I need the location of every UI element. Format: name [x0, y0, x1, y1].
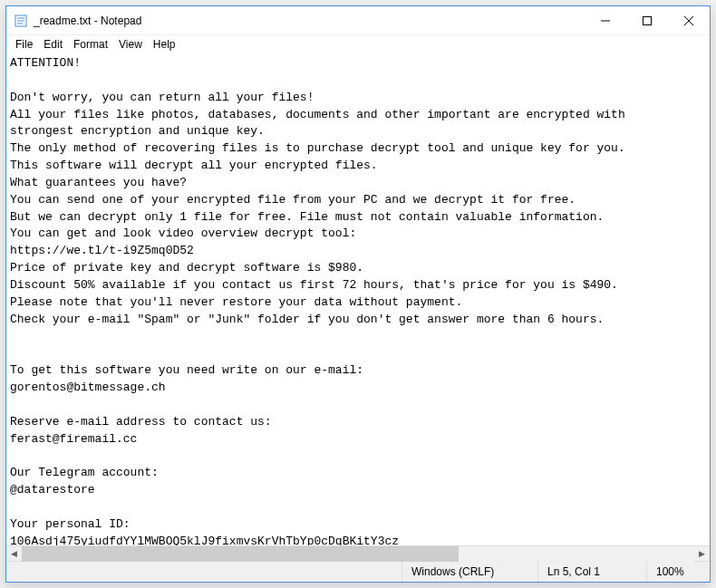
scroll-left-arrow-icon[interactable]: ◀	[6, 546, 22, 562]
menu-file[interactable]: File	[10, 36, 38, 53]
minimize-button[interactable]	[585, 6, 626, 35]
status-position: Ln 5, Col 1	[537, 562, 646, 582]
window-title: _readme.txt - Notepad	[34, 14, 141, 27]
menu-edit[interactable]: Edit	[38, 36, 68, 53]
title-bar[interactable]: _readme.txt - Notepad	[6, 6, 710, 35]
svg-rect-5	[643, 16, 652, 24]
status-zoom: 100%	[646, 562, 710, 582]
scroll-thumb[interactable]	[22, 546, 459, 562]
text-area[interactable]: ATTENTION! Don't worry, you can return a…	[6, 53, 710, 545]
notepad-icon	[14, 14, 28, 28]
close-button[interactable]	[668, 6, 710, 35]
scroll-track[interactable]	[22, 546, 694, 562]
menu-help[interactable]: Help	[148, 36, 181, 53]
status-encoding: Windows (CRLF)	[402, 562, 537, 582]
status-bar: Windows (CRLF) Ln 5, Col 1 100%	[6, 561, 710, 582]
horizontal-scrollbar[interactable]: ◀ ▶	[6, 545, 710, 561]
menu-format[interactable]: Format	[68, 36, 113, 53]
maximize-button[interactable]	[626, 6, 668, 35]
notepad-window: _readme.txt - Notepad File Edit Format V…	[5, 5, 711, 583]
scroll-right-arrow-icon[interactable]: ▶	[694, 546, 710, 562]
text-content[interactable]: ATTENTION! Don't worry, you can return a…	[10, 55, 706, 545]
menu-view[interactable]: View	[113, 36, 148, 53]
menu-bar: File Edit Format View Help	[6, 35, 710, 53]
